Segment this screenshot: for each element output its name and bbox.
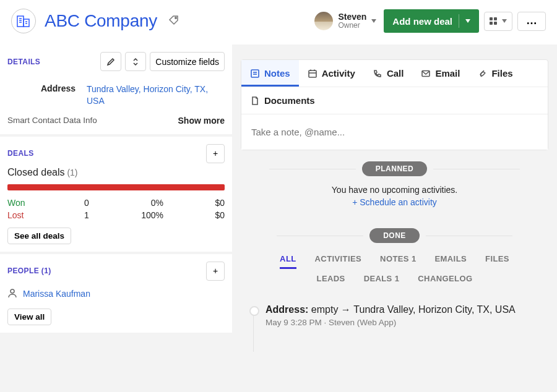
filter-changelog[interactable]: CHANGELOG bbox=[418, 274, 472, 287]
svg-point-7 bbox=[175, 17, 176, 18]
schedule-activity-link[interactable]: + Schedule an activity bbox=[241, 197, 548, 207]
add-deal-button[interactable]: Add new deal bbox=[384, 9, 479, 33]
details-section: DETAILS bbox=[7, 58, 40, 66]
apps-button[interactable] bbox=[484, 12, 512, 31]
svg-rect-0 bbox=[17, 16, 24, 27]
caret-down-icon bbox=[371, 19, 376, 23]
org-icon bbox=[11, 9, 36, 33]
deal-bar bbox=[7, 184, 225, 190]
add-person-button[interactable]: + bbox=[206, 262, 225, 281]
view-all-people-button[interactable]: View all bbox=[7, 309, 51, 325]
closed-deals-label: Closed deals bbox=[7, 167, 65, 177]
tag-icon[interactable] bbox=[168, 15, 179, 28]
show-more-button[interactable]: Show more bbox=[178, 116, 225, 126]
caret-down-icon bbox=[465, 19, 470, 23]
tab-call[interactable]: Call bbox=[364, 60, 413, 87]
note-input[interactable] bbox=[241, 114, 548, 150]
svg-rect-1 bbox=[24, 19, 29, 27]
deals-section: DEALS bbox=[7, 149, 34, 158]
address-label: Address bbox=[7, 83, 76, 107]
filter-all[interactable]: ALL bbox=[280, 254, 296, 269]
page-title[interactable]: ABC Company bbox=[45, 11, 157, 31]
content: DETAILS Customize fields Address Tundra … bbox=[0, 45, 557, 335]
person-icon bbox=[7, 288, 17, 300]
tab-notes[interactable]: Notes bbox=[241, 60, 299, 87]
more-button[interactable] bbox=[517, 12, 546, 31]
edit-details-button[interactable] bbox=[100, 52, 121, 71]
no-activities-text: You have no upcoming activities. bbox=[241, 185, 548, 195]
pencil-icon bbox=[106, 58, 115, 66]
apps-icon bbox=[490, 17, 497, 25]
person-link[interactable]: Marissa Kaufman bbox=[7, 288, 225, 300]
smart-contact-info: Smart Contact Data Info bbox=[7, 116, 97, 125]
won-label: Won bbox=[7, 198, 53, 208]
filter-activities[interactable]: ACTIVITIES bbox=[315, 254, 362, 269]
people-section: PEOPLE (1) bbox=[7, 266, 51, 275]
svg-point-8 bbox=[11, 289, 14, 293]
closed-deals-count: (1) bbox=[67, 168, 77, 177]
user-name: Steven bbox=[338, 12, 366, 22]
tab-documents[interactable]: Documents bbox=[241, 87, 324, 114]
planned-pill: PLANNED bbox=[362, 161, 428, 176]
see-all-deals-button[interactable]: See all deals bbox=[7, 228, 71, 244]
filter-deals[interactable]: DEALS1 bbox=[364, 274, 400, 287]
filter-notes[interactable]: NOTES1 bbox=[380, 254, 416, 269]
tab-activity[interactable]: Activity bbox=[299, 60, 364, 87]
address-value[interactable]: Tundra Valley, Horizon City, TX, USA bbox=[87, 83, 225, 107]
lost-label: Lost bbox=[7, 210, 53, 220]
caret-down-icon bbox=[502, 19, 507, 23]
user-role: Owner bbox=[338, 22, 366, 30]
add-deal-label: Add new deal bbox=[392, 16, 452, 27]
svg-rect-12 bbox=[309, 70, 316, 77]
sort-icon bbox=[131, 58, 140, 66]
filter-emails[interactable]: EMAILS bbox=[435, 254, 467, 269]
avatar bbox=[314, 12, 333, 30]
dots-icon bbox=[526, 16, 537, 26]
filter-leads[interactable]: LEADS bbox=[317, 274, 345, 287]
filter-files[interactable]: FILES bbox=[485, 254, 509, 269]
done-pill: DONE bbox=[369, 228, 420, 243]
reorder-button[interactable] bbox=[125, 52, 146, 71]
add-deal-icon-button[interactable]: + bbox=[206, 144, 225, 163]
changelog-entry: Address: empty → Tundra Valley, Horizon … bbox=[241, 304, 548, 327]
header: ABC Company Steven Owner Add new deal bbox=[0, 0, 557, 45]
customize-fields-button[interactable]: Customize fields bbox=[150, 52, 225, 71]
user-menu[interactable]: Steven Owner bbox=[313, 11, 379, 32]
svg-rect-9 bbox=[251, 70, 259, 77]
tab-email[interactable]: Email bbox=[412, 60, 468, 87]
tab-files[interactable]: Files bbox=[468, 60, 521, 87]
